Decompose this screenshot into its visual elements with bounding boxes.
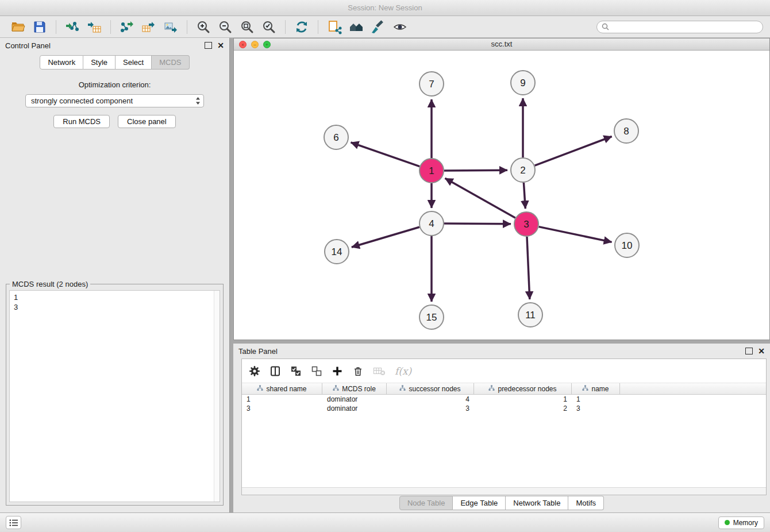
table-horizontal-scrollbar[interactable] [242,487,766,495]
graph-edge-3-10[interactable] [539,227,612,242]
table-tab-edge-table[interactable]: Edge Table [453,496,506,510]
graph-edge-3-11[interactable] [527,237,530,299]
column-header-predecessor-nodes[interactable]: predecessor nodes [474,383,572,394]
table-cell-predecessor-nodes[interactable]: 1 [474,395,572,404]
add-button[interactable] [332,365,343,377]
control-panel-tabs: NetworkStyleSelectMCDS [0,55,229,70]
column-header-mcds-role[interactable]: MCDS role [322,383,387,394]
column-header-label: successor nodes [409,385,460,393]
table-cell-shared-name[interactable]: 3 [242,404,322,413]
graph-edge-4-14[interactable] [352,227,419,247]
graph-node-7[interactable]: 7 [419,72,444,96]
column-header-label: name [591,385,609,393]
zoom-fit-button[interactable] [237,18,257,36]
graph-edge-4-3[interactable] [444,223,511,224]
run-mcds-button[interactable]: Run MCDS [53,115,110,128]
node-label: 15 [426,312,437,323]
export-network-button[interactable] [117,18,137,36]
table-cell-name[interactable]: 3 [572,404,620,413]
table-cell-shared-name[interactable]: 1 [242,395,322,404]
float-table-panel-icon[interactable] [745,348,753,354]
graph-node-15[interactable]: 15 [419,305,444,329]
network-window-title: scc.txt [491,40,513,48]
deselect-all-button[interactable] [311,365,322,377]
column-header-name[interactable]: name [572,383,620,394]
tab-style[interactable]: Style [83,55,116,70]
graph-edge-2-8[interactable] [535,137,612,166]
graph-node-4[interactable]: 4 [419,211,444,236]
table-cell-mcds-role[interactable]: dominator [322,404,387,413]
tab-select[interactable]: Select [116,55,152,70]
toggle-columns-button[interactable] [270,365,281,377]
table-cell-name[interactable]: 1 [572,395,620,404]
delete-button[interactable] [352,365,364,377]
open-session-button[interactable] [8,18,28,36]
table-row[interactable]: 1dominator411 [242,395,766,404]
delete-table-button[interactable] [373,365,386,377]
network-canvas[interactable]: 7968124314101511 [234,51,769,340]
zoom-in-button[interactable] [194,18,213,36]
select-stepper-icon [195,97,201,105]
graph-node-9[interactable]: 9 [511,71,535,95]
zoom-window-icon[interactable]: + [263,41,271,48]
eye-icon [392,20,407,34]
two-houses-button[interactable] [346,18,366,36]
minimize-window-icon[interactable]: − [251,41,259,48]
memory-button[interactable]: Memory [718,516,764,529]
float-panel-icon[interactable] [205,42,212,49]
graph-edge-1-2[interactable] [444,170,507,171]
export-image-button[interactable] [161,18,180,36]
result-scrollbar[interactable] [214,291,220,502]
refresh-view-button[interactable] [292,18,311,36]
table-cell-successor-nodes[interactable]: 3 [387,404,474,413]
save-session-button[interactable] [30,18,49,36]
import-table-button[interactable] [84,18,104,36]
table-row[interactable]: 3dominator323 [242,404,766,413]
close-panel-button[interactable]: Close panel [118,115,176,128]
graph-edge-2-3[interactable] [523,183,525,209]
new-network-from-selection-button[interactable] [325,18,344,36]
table-tab-motifs[interactable]: Motifs [568,496,604,510]
search-input[interactable] [596,21,763,33]
graph-node-11[interactable]: 11 [518,303,542,327]
close-panel-icon[interactable]: ✕ [217,42,224,49]
function-builder-button[interactable]: f(x) [395,365,411,377]
mcds-result-list[interactable]: 13 [9,290,220,502]
criterion-select[interactable]: strongly connected component [25,94,204,107]
task-history-button[interactable] [6,516,21,529]
select-all-button[interactable] [290,365,302,377]
node-table: f(x) shared nameMCDS rolesuccessor nodes… [241,358,767,495]
close-window-icon[interactable]: × [239,41,247,48]
table-cell-successor-nodes[interactable]: 4 [387,395,474,404]
table-cell-mcds-role[interactable]: dominator [322,395,387,404]
graph-node-3[interactable]: 3 [514,212,538,236]
paintbrush-button[interactable] [368,18,388,36]
graph-edge-3-1[interactable] [445,178,515,218]
show-details-button[interactable] [390,18,410,36]
table-panel-tabs: Node TableEdge TableNetwork TableMotifs [233,496,770,510]
toolbar-separator [318,20,318,34]
graph-node-14[interactable]: 14 [325,240,349,264]
zoom-out-button[interactable] [215,18,235,36]
table-settings-button[interactable] [249,365,260,377]
table-cell-predecessor-nodes[interactable]: 2 [474,404,572,413]
graph-node-10[interactable]: 10 [615,233,639,257]
table-panel-header: Table Panel ✕ [233,344,770,358]
graph-edge-1-6[interactable] [351,142,420,167]
graph-node-8[interactable]: 8 [614,119,638,143]
plus-icon [332,365,343,377]
column-header-successor-nodes[interactable]: successor nodes [387,383,474,394]
graph-node-1[interactable]: 1 [419,159,444,183]
import-network-button[interactable] [63,18,82,36]
tab-network[interactable]: Network [40,55,83,70]
table-tab-node-table[interactable]: Node Table [399,496,453,510]
network-window-titlebar[interactable]: × − + scc.txt [234,38,769,51]
table-tab-network-table[interactable]: Network Table [506,496,568,510]
zoom-selected-button[interactable] [259,18,279,36]
tab-mcds[interactable]: MCDS [152,55,189,70]
graph-node-6[interactable]: 6 [324,125,348,149]
export-table-button[interactable] [139,18,159,36]
column-header-shared-name[interactable]: shared name [242,383,322,394]
close-table-panel-icon[interactable]: ✕ [758,348,765,354]
graph-node-2[interactable]: 2 [511,158,535,182]
